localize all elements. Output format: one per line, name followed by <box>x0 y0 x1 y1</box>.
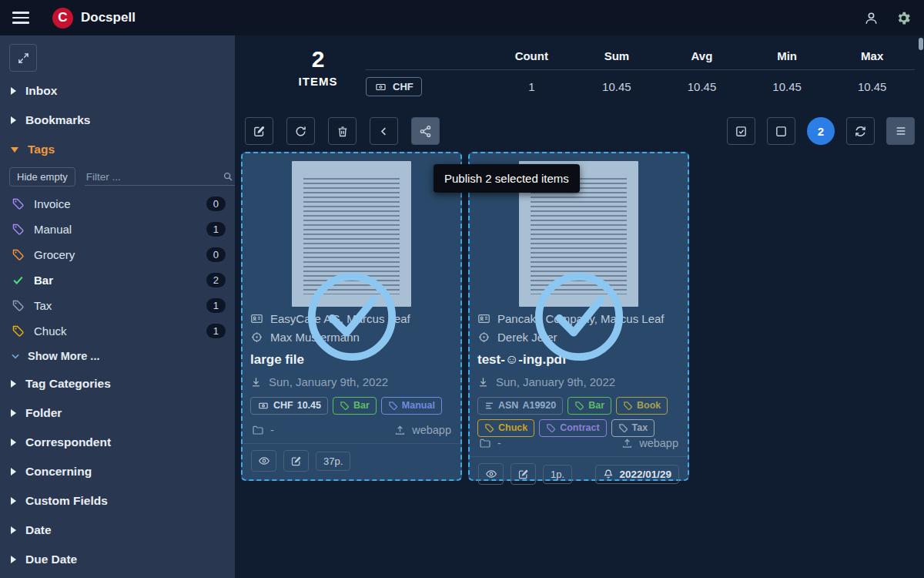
eye-icon <box>258 455 270 467</box>
sidebar: Inbox Bookmarks Tags Hide empty Invoice … <box>0 35 235 578</box>
correspondent-name: EasyCare AG, Marcus Leaf <box>270 312 410 325</box>
tag-icon <box>574 401 584 411</box>
logo-icon: C <box>52 8 73 29</box>
edit-selected-button[interactable] <box>245 117 273 145</box>
edit-item-button[interactable] <box>283 450 309 472</box>
due-date-badge: 2022/01/29 <box>595 465 679 484</box>
item-date-row: Sun, January 9th, 2022 <box>250 375 453 388</box>
tag-badge: Book <box>616 397 668 415</box>
amount-value: 10.45 <box>297 400 321 412</box>
sidebar-item-folder[interactable]: Folder <box>0 398 235 428</box>
banknote-icon <box>257 401 270 411</box>
folder-name: - <box>497 437 501 449</box>
expand-arrows-icon <box>17 52 30 65</box>
tag-icon <box>546 423 556 433</box>
folder-info: - <box>479 437 501 449</box>
tag-icon <box>484 423 494 433</box>
main-content: 2 ITEMS Count Sum Avg Min Max CHF <box>235 35 924 578</box>
tag-icon <box>12 324 25 338</box>
item-title[interactable]: large file <box>250 352 453 368</box>
item-title[interactable]: test-☺-ing.pdf <box>477 352 680 368</box>
tag-item-tax[interactable]: Tax 1 <box>0 293 235 318</box>
tag-icon <box>623 401 633 411</box>
items-count-block: 2 ITEMS <box>283 46 353 88</box>
sidebar-item-label: Correspondent <box>25 435 111 449</box>
deselect-all-button[interactable] <box>767 117 795 145</box>
caret-down-icon <box>11 147 18 153</box>
tag-name: Tax <box>34 299 52 312</box>
expand-sidebar-button[interactable] <box>9 44 37 72</box>
tag-badge-label: Bar <box>353 400 370 412</box>
view-options-button[interactable] <box>886 117 915 145</box>
correspondent-name: Pancake Company, Marcus Leaf <box>497 312 665 325</box>
sidebar-item-due-date[interactable]: Due Date <box>0 545 235 574</box>
gear-icon <box>896 10 912 26</box>
address-card-icon <box>250 312 263 325</box>
item-card[interactable]: EasyCare AG, Marcus Leaf Max Mustermann … <box>241 152 462 481</box>
tag-name: Invoice <box>34 197 71 210</box>
tag-item-invoice[interactable]: Invoice 0 <box>0 191 235 217</box>
folder-source-row: - webapp <box>250 424 453 443</box>
tag-name: Bar <box>34 274 53 287</box>
card-footer: 37p. <box>243 443 460 473</box>
preview-button[interactable] <box>251 450 276 472</box>
show-more-label: Show More ... <box>28 350 99 362</box>
tag-item-chuck[interactable]: Chuck 1 <box>0 318 235 344</box>
tag-item-grocery[interactable]: Grocery 0 <box>0 242 235 267</box>
item-card[interactable]: Pancake Company, Marcus Leaf Derek Jeter… <box>468 152 689 481</box>
tag-item-manual[interactable]: Manual 1 <box>0 217 235 242</box>
folder-source-row: - webapp <box>477 437 680 456</box>
stats-header-row: Count Sum Avg Min Max <box>366 46 915 70</box>
item-badges: ASN A19920 Bar Book Chuck <box>477 397 680 437</box>
card-footer: 1p. 2022/01/29 <box>470 456 688 486</box>
source-info: webapp <box>394 424 451 436</box>
sidebar-item-label: Tags <box>28 143 55 156</box>
reprocess-button[interactable] <box>286 117 315 145</box>
publish-selected-button[interactable] <box>411 117 440 145</box>
stats-header-max: Max <box>829 49 915 62</box>
refresh-icon <box>294 125 307 138</box>
sidebar-item-tags[interactable]: Tags <box>0 135 235 164</box>
tag-item-bar[interactable]: Bar 2 <box>0 267 235 293</box>
caret-right-icon <box>11 497 16 505</box>
tag-filter-input[interactable] <box>86 171 223 183</box>
menu-button[interactable] <box>12 12 29 24</box>
folder-info: - <box>252 424 274 436</box>
tag-count-badge: 1 <box>206 298 226 313</box>
sidebar-item-bookmarks[interactable]: Bookmarks <box>0 106 235 135</box>
docspell-logo[interactable]: C Docspell <box>52 8 136 29</box>
sidebar-item-concerning[interactable]: Concerning <box>0 457 235 486</box>
caret-right-icon <box>11 87 16 95</box>
settings-button[interactable] <box>896 10 912 26</box>
sidebar-item-inbox[interactable]: Inbox <box>0 76 235 106</box>
item-card-list: EasyCare AG, Marcus Leaf Max Mustermann … <box>241 152 915 481</box>
scrollbar-thumb[interactable] <box>919 38 923 50</box>
tag-badge-label: Bar <box>588 400 604 412</box>
tag-icon <box>388 401 398 411</box>
show-more-tags[interactable]: Show More ... <box>0 344 235 369</box>
person-name: Derek Jeter <box>497 331 557 344</box>
tag-icon <box>12 197 25 210</box>
publish-tooltip: Publish 2 selected items <box>434 164 580 193</box>
sidebar-item-date[interactable]: Date <box>0 516 235 545</box>
items-count-value: 2 <box>283 46 353 72</box>
hide-empty-toggle[interactable]: Hide empty <box>9 167 75 187</box>
sidebar-item-source[interactable]: Source <box>0 574 235 578</box>
stats-value-avg: 10.45 <box>659 80 745 93</box>
invert-selection-button[interactable] <box>846 117 875 145</box>
user-account-button[interactable] <box>864 11 879 25</box>
delete-selected-button[interactable] <box>328 117 357 145</box>
edit-icon <box>253 125 266 138</box>
select-all-button[interactable] <box>727 117 755 145</box>
correspondent-row: Pancake Company, Marcus Leaf <box>477 312 680 325</box>
edit-item-button[interactable] <box>511 463 536 485</box>
sidebar-item-correspondent[interactable]: Correspondent <box>0 428 235 457</box>
tag-filter <box>85 169 235 186</box>
tag-count-badge: 1 <box>206 222 226 237</box>
sidebar-item-custom-fields[interactable]: Custom Fields <box>0 486 235 516</box>
sidebar-item-label: Due Date <box>25 553 77 566</box>
sidebar-item-tag-categories[interactable]: Tag Categories <box>0 369 235 398</box>
preview-button[interactable] <box>478 463 504 485</box>
merge-button[interactable] <box>370 117 398 145</box>
check-icon <box>12 274 25 287</box>
